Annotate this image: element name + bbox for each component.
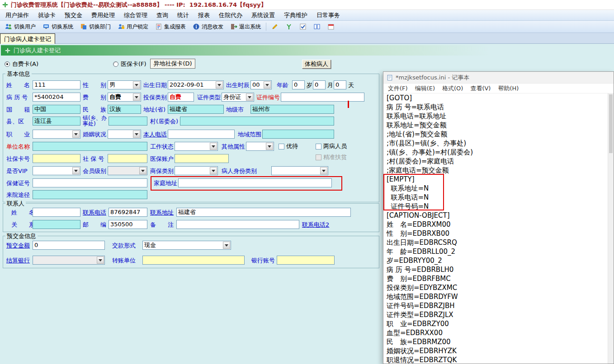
chevron-down-icon[interactable] (246, 93, 253, 101)
transfer-unit-input[interactable] (142, 256, 245, 265)
relation-input[interactable] (33, 220, 80, 229)
chevron-down-icon[interactable] (133, 131, 140, 138)
medicare-account-input[interactable] (175, 154, 229, 163)
mrn-input[interactable]: *5400204 (33, 93, 80, 102)
other-attr-select[interactable] (246, 142, 274, 151)
toolbar-messages-button[interactable]: 消息收发 (189, 22, 227, 32)
social-no-input[interactable] (108, 154, 147, 163)
tab-registration[interactable]: 门诊病人建卡登记 (0, 33, 55, 44)
occupation-select[interactable] (33, 130, 80, 139)
patient-identity-select[interactable] (271, 166, 328, 175)
nationality-input[interactable]: 中国 (33, 105, 80, 114)
county-input[interactable]: 连江县 (33, 117, 80, 126)
ethnicity-input[interactable]: 汉族 (108, 105, 141, 114)
chevron-down-icon[interactable] (72, 167, 80, 174)
menu-item[interactable]: 查询 (152, 11, 173, 19)
menu-item[interactable]: 预交金 (60, 11, 87, 19)
city-input[interactable]: 福州市 (250, 105, 334, 114)
notepad-menu-item[interactable]: 帮助(H) (494, 84, 522, 93)
chevron-down-icon[interactable] (72, 131, 80, 138)
toolbar-calendar-button[interactable] (324, 22, 338, 32)
chevron-down-icon[interactable] (266, 143, 273, 150)
village-input[interactable] (180, 117, 334, 126)
notepad-text-area[interactable]: [GOTO] 病 历 号=联系电话 联系电话=联系地址 联系地址=预交金额 ;地… (383, 93, 614, 364)
two-disease-checkbox[interactable]: 两病人员 (316, 142, 347, 151)
prepay-amount-input[interactable]: 0 (33, 241, 105, 250)
zip-input[interactable]: 350500 (109, 220, 147, 229)
menu-item[interactable]: 报表 (194, 11, 214, 19)
chevron-down-icon[interactable] (210, 143, 217, 150)
contact-name-input[interactable] (33, 208, 80, 217)
id-type-select[interactable]: 身份证 (222, 93, 254, 102)
admission-route-input[interactable] (33, 190, 147, 199)
settle-bank-label[interactable]: 结算银行 (6, 256, 30, 265)
fee-type-select[interactable]: 自费 (108, 93, 141, 102)
personal-phone-input[interactable] (168, 130, 235, 139)
menu-item[interactable]: 日常事务 (312, 11, 345, 19)
notepad-menu-item[interactable]: 编辑(E) (411, 84, 439, 93)
work-state-select[interactable] (175, 142, 218, 151)
menu-item[interactable]: 综合管理 (119, 11, 152, 19)
birthhour-select[interactable]: 00 (250, 80, 272, 89)
preferential-checkbox[interactable]: 优待 (279, 142, 298, 151)
toolbar-switch-system-button[interactable]: 切换系统 (39, 22, 76, 32)
age-days-input[interactable]: 0 (334, 80, 346, 89)
toolbar-tool-button[interactable] (282, 22, 296, 32)
vip-select[interactable] (33, 166, 80, 175)
bank-account-input[interactable] (277, 256, 335, 265)
chevron-down-icon[interactable] (216, 81, 223, 89)
remote-social-card-button[interactable]: 异地社保卡(D) (150, 59, 195, 69)
chevron-down-icon[interactable] (133, 81, 140, 89)
name-input[interactable]: 111 (33, 80, 80, 89)
commercial-insure-select[interactable] (175, 166, 218, 175)
menu-item[interactable]: 系统设置 (247, 11, 279, 19)
menu-item[interactable]: 住院代办 (214, 11, 247, 19)
contact-address-input[interactable]: 福建省 (176, 208, 351, 217)
notepad-menu-item[interactable]: 查看(V) (467, 84, 494, 93)
employer-input[interactable] (33, 142, 147, 151)
region-scope-input[interactable] (262, 130, 334, 139)
radio-medicare-card[interactable]: 医保卡(F) (113, 60, 146, 68)
province-input[interactable]: 福建省 (168, 105, 224, 114)
contact-phone-input[interactable]: 87692847 (109, 208, 147, 217)
scrollbar-thumb[interactable] (609, 94, 613, 153)
chevron-down-icon[interactable] (320, 167, 327, 174)
toolbar-split-window-button[interactable] (310, 22, 324, 32)
checkup-patient-button[interactable]: 体检病人 (302, 60, 331, 69)
chevron-down-icon[interactable] (264, 81, 271, 89)
age-years-input[interactable]: 0 (292, 80, 305, 89)
age-months-input[interactable]: 0 (313, 80, 326, 89)
notepad-scrollbar[interactable] (608, 93, 614, 364)
chevron-down-icon[interactable] (133, 93, 140, 101)
note-input[interactable] (176, 220, 299, 229)
id-number-input[interactable] (281, 93, 364, 102)
pay-form-select[interactable]: 现金 (142, 241, 231, 250)
gender-select[interactable]: 男 (108, 80, 141, 89)
toolbar-switch-department-button[interactable]: 切换部门 (77, 22, 114, 32)
menu-item[interactable]: 统计 (173, 11, 194, 19)
home-address-input[interactable] (178, 178, 332, 187)
social-card-input[interactable] (33, 154, 80, 163)
menu-item[interactable]: 费用处理 (87, 11, 119, 19)
radio-selfpay-card[interactable]: 自费卡(A) (5, 60, 38, 68)
personal-phone-label[interactable]: 本人电话 (143, 130, 167, 139)
menu-item[interactable]: 用户操作 (1, 11, 33, 19)
toolbar-check-button[interactable] (296, 22, 310, 32)
toolbar-exit-button[interactable]: 退出系统 (227, 22, 264, 32)
contact-phone-label[interactable]: 联系电话 (83, 208, 106, 217)
town-input[interactable] (109, 117, 147, 126)
notepad-menu-item[interactable]: 格式(O) (439, 84, 467, 93)
toolbar-switch-user-button[interactable]: 切换用户 (2, 22, 39, 32)
menu-item[interactable]: 就诊卡 (33, 11, 60, 19)
chevron-down-icon[interactable] (210, 167, 217, 174)
chevron-down-icon[interactable] (223, 242, 230, 249)
health-cert-input[interactable] (33, 178, 147, 187)
contact-phone2-label[interactable]: 联系电话2 (302, 220, 329, 229)
menu-item[interactable]: 字典维护 (279, 11, 312, 19)
contact-address-label[interactable]: 联系地址 (150, 208, 174, 217)
toolbar-user-lock-button[interactable]: 用户锁定 (114, 22, 151, 32)
birthdate-picker[interactable]: 2022-09-01 (168, 80, 224, 89)
toolbar-edit-button[interactable] (268, 22, 282, 32)
notepad-menu-item[interactable]: 文件(F) (384, 84, 411, 93)
toolbar-integrated-report-button[interactable]: 集成报表 (152, 22, 189, 32)
